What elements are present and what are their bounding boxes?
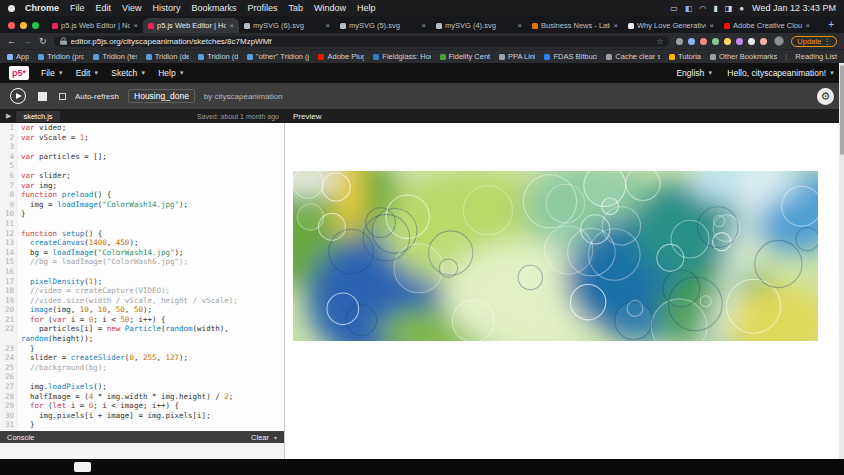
extension-icon[interactable]	[736, 38, 743, 45]
file-tab-sketchjs[interactable]: sketch.js	[16, 111, 59, 122]
tab-close-icon[interactable]: ×	[325, 21, 330, 30]
browser-tab[interactable]: mySVG (4).svg×	[431, 18, 527, 33]
account-menu[interactable]: Hello, cityscapeanimation! ▼	[727, 68, 835, 78]
bookmark-item[interactable]: PPA Links	[499, 52, 535, 61]
url-text[interactable]: editor.p5js.org/cityscapeanimation/sketc…	[71, 37, 653, 46]
bookmark-item[interactable]: Fieldglass: Home	[373, 52, 430, 61]
code-line[interactable]: 6var slider;	[0, 171, 284, 181]
scrollbar-thumb[interactable]	[840, 65, 844, 155]
menubar-item-edit[interactable]: Edit	[96, 3, 112, 13]
browser-tab[interactable]: Adobe Creative Cloud E×	[719, 18, 815, 33]
p5-menu-file[interactable]: File▼	[41, 68, 64, 78]
browser-tab[interactable]: mySVG (5).svg×	[335, 18, 431, 33]
menubar-item-bookmarks[interactable]: Bookmarks	[191, 3, 236, 13]
bookmark-item[interactable]: "other" Tridion (pr...	[247, 52, 309, 61]
sketch-author-link[interactable]: by cityscapeanimation	[204, 92, 283, 101]
code-line[interactable]: 25 //background(bg);	[0, 363, 284, 373]
code-line[interactable]: 30 img.pixels[i + image] = img.pixels[i]…	[0, 411, 284, 421]
bookmark-item[interactable]: Fidelity Central	[440, 52, 490, 61]
tab-close-icon[interactable]: ×	[709, 21, 714, 30]
code-line[interactable]: 17 pixelDensity(1);	[0, 277, 284, 287]
code-line[interactable]: 3	[0, 142, 284, 152]
code-line[interactable]: 15 //bg = loadImage("ColorWash6.jpg");	[0, 257, 284, 267]
chrome-update-button[interactable]: Update ⋮	[791, 36, 837, 47]
stop-button[interactable]	[38, 92, 47, 101]
code-line[interactable]: 7var img;	[0, 181, 284, 191]
notification-center-icon[interactable]: ●	[739, 4, 744, 13]
window-minimize-button[interactable]	[20, 22, 27, 29]
browser-tab[interactable]: mySVG (6).svg×	[239, 18, 335, 33]
tab-close-icon[interactable]: ×	[517, 21, 522, 30]
menubar-item-file[interactable]: File	[70, 3, 85, 13]
control-center-icon[interactable]: ◨	[725, 4, 733, 13]
code-line[interactable]: 28 halfImage = (4 * img.width * img.heig…	[0, 392, 284, 402]
p5-menu-help[interactable]: Help▼	[158, 68, 184, 78]
p5-menu-sketch[interactable]: Sketch▼	[111, 68, 146, 78]
screen-mirroring-icon[interactable]: ▭	[670, 4, 678, 13]
bookmark-item[interactable]: Tridion (dit)	[198, 52, 238, 61]
code-line[interactable]: 22 particles[i] = new Particle(random(wi…	[0, 324, 284, 343]
window-close-button[interactable]	[8, 22, 15, 29]
p5-logo[interactable]: p5*	[9, 66, 29, 80]
menubar-item-help[interactable]: Help	[357, 3, 376, 13]
apple-menu-icon[interactable]	[8, 5, 15, 12]
page-scrollbar[interactable]	[839, 63, 844, 459]
new-tab-button[interactable]: +	[828, 19, 834, 30]
tab-close-icon[interactable]: ×	[613, 21, 618, 30]
code-line[interactable]: 10}	[0, 209, 284, 219]
extension-icon[interactable]	[688, 38, 695, 45]
window-zoom-button[interactable]	[32, 22, 39, 29]
code-line[interactable]: 20 image(img, 10, 10, 50, 50);	[0, 305, 284, 315]
settings-button[interactable]: ⚙	[817, 88, 834, 105]
browser-tab[interactable]: Why Love Generative Ar×	[623, 18, 719, 33]
back-button[interactable]: ←	[7, 37, 16, 46]
bluetooth-icon[interactable]: ◧	[685, 4, 693, 13]
reading-list-button[interactable]: Reading List	[795, 52, 837, 61]
code-line[interactable]: 19 //video.size(width / vScale, height /…	[0, 296, 284, 306]
bookmark-item[interactable]: Tridion (test)	[93, 52, 136, 61]
code-line[interactable]: 21 for (var i = 0; i < 50; i++) {	[0, 315, 284, 325]
bookmark-star-icon[interactable]: ☆	[656, 37, 663, 46]
code-editor[interactable]: 1var video;2var vScale = 1;34var particl…	[0, 123, 284, 431]
code-line[interactable]: 1var video;	[0, 123, 284, 133]
extension-icon[interactable]	[748, 38, 755, 45]
code-line[interactable]: 5	[0, 161, 284, 171]
console-header[interactable]: Console Clear ▾	[0, 431, 284, 443]
code-line[interactable]: 26	[0, 372, 284, 382]
browser-tab[interactable]: p5.js Web Editor | Noneli×	[47, 18, 143, 33]
browser-tab[interactable]: Business News - Latest |×	[527, 18, 623, 33]
reload-button[interactable]: ↻	[39, 37, 47, 46]
p5-menu-edit[interactable]: Edit▼	[76, 68, 100, 78]
forward-button[interactable]: →	[23, 37, 32, 46]
browser-tab[interactable]: p5.js Web Editor | Housi×	[143, 18, 239, 33]
tab-close-icon[interactable]: ×	[805, 21, 810, 30]
battery-icon[interactable]: ▮	[713, 4, 717, 13]
sidebar-expand-icon[interactable]: ▶	[6, 112, 11, 120]
omnibox[interactable]: editor.p5js.org/cityscapeanimation/sketc…	[54, 36, 670, 47]
code-line[interactable]: 2var vScale = 1;	[0, 133, 284, 143]
code-line[interactable]: 31 }	[0, 420, 284, 430]
tab-close-icon[interactable]: ×	[421, 21, 426, 30]
background-window-fragment[interactable]	[74, 462, 91, 472]
code-line[interactable]: 11	[0, 219, 284, 229]
code-line[interactable]: 24 slider = createSlider(0, 255, 127);	[0, 353, 284, 363]
other-bookmarks-button[interactable]: Other Bookmarks	[710, 52, 777, 61]
tab-close-icon[interactable]: ×	[133, 21, 138, 30]
menubar-item-tab[interactable]: Tab	[288, 3, 303, 13]
code-line[interactable]: 29 for (let i = 0; i < image; i++) {	[0, 401, 284, 411]
console-collapse-icon[interactable]: ▾	[274, 434, 277, 441]
code-line[interactable]: 16	[0, 267, 284, 277]
language-selector[interactable]: English ▼	[676, 68, 713, 78]
bookmark-item[interactable]: Adobe Plugin	[318, 52, 364, 61]
profile-avatar[interactable]	[774, 36, 784, 46]
code-line[interactable]: 9 img = loadImage("ColorWash14.jpg");	[0, 200, 284, 210]
menubar-item-profiles[interactable]: Profiles	[247, 3, 277, 13]
tab-close-icon[interactable]: ×	[229, 21, 234, 30]
code-line[interactable]: 14 bg = loadImage("ColorWash14.jpg");	[0, 248, 284, 258]
extension-icon[interactable]	[712, 38, 719, 45]
code-line[interactable]: 18 //video = createCapture(VIDEO);	[0, 286, 284, 296]
menubar-item-window[interactable]: Window	[314, 3, 346, 13]
play-button[interactable]	[10, 88, 26, 104]
extension-icon[interactable]	[724, 38, 731, 45]
bookmark-item[interactable]: Cache clear site	[606, 52, 660, 61]
